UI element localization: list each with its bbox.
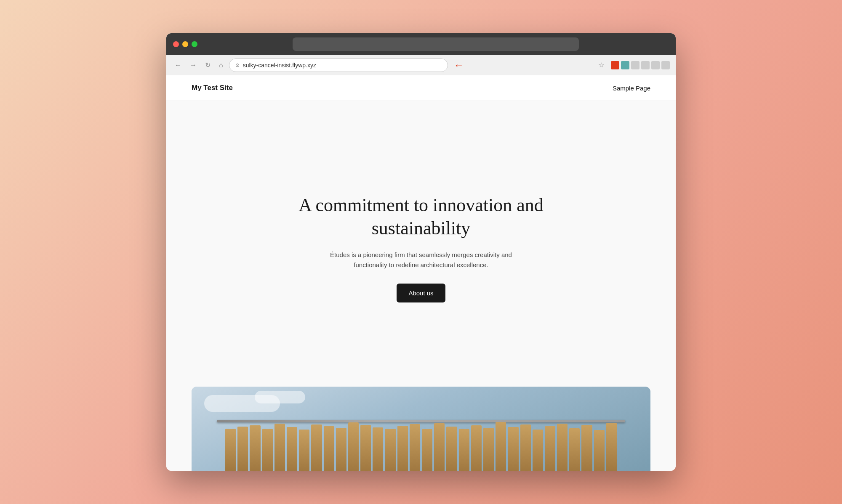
url-arrow-indicator: ←: [454, 60, 464, 70]
about-us-button[interactable]: About us: [397, 284, 445, 302]
tab-bar: [293, 37, 579, 51]
slat: [237, 427, 248, 471]
url-bar[interactable]: ⊙ sulky-cancel-insist.flywp.xyz: [229, 58, 448, 72]
slat: [446, 427, 457, 471]
slat: [594, 430, 605, 471]
forward-button[interactable]: →: [187, 60, 199, 70]
slat: [397, 426, 408, 471]
hero-subtitle: Études is a pioneering firm that seamles…: [328, 250, 514, 270]
slat: [274, 424, 285, 471]
extensions-bar: [611, 61, 670, 69]
browser-window: ← → ↻ ⌂ ⊙ sulky-cancel-insist.flywp.xyz …: [166, 33, 676, 471]
slat: [459, 429, 469, 471]
slat: [496, 422, 506, 471]
slat: [311, 424, 322, 471]
sample-page-link[interactable]: Sample Page: [613, 85, 650, 92]
site-logo: My Test Site: [192, 84, 233, 92]
slat: [471, 425, 482, 471]
slat: [434, 423, 445, 471]
slat: [348, 422, 359, 471]
extension-icon-2[interactable]: [621, 61, 629, 69]
slat: [385, 429, 395, 471]
slat: [581, 425, 592, 471]
lock-icon: ⊙: [235, 62, 240, 68]
slat: [299, 430, 309, 471]
back-button[interactable]: ←: [172, 60, 184, 70]
cloud-2: [255, 391, 305, 403]
url-text: sulky-cancel-insist.flywp.xyz: [243, 62, 442, 69]
traffic-lights: [173, 41, 197, 47]
extension-icon-5[interactable]: [651, 61, 660, 69]
extension-icon-4[interactable]: [641, 61, 650, 69]
close-button[interactable]: [173, 41, 179, 47]
nav-bar: ← → ↻ ⌂ ⊙ sulky-cancel-insist.flywp.xyz …: [166, 55, 676, 75]
arch-image-bg: [192, 387, 650, 471]
slat: [410, 424, 420, 471]
building-slats: [225, 412, 617, 471]
extension-icon-6[interactable]: [661, 61, 670, 69]
bookmark-star-icon[interactable]: ☆: [598, 61, 604, 69]
slat: [360, 425, 371, 471]
slat: [533, 430, 543, 471]
slat: [250, 425, 260, 471]
slat: [520, 424, 531, 471]
hero-section: A commitment to innovation and sustainab…: [166, 101, 676, 387]
website-content: My Test Site Sample Page A commitment to…: [166, 75, 676, 471]
minimize-button[interactable]: [182, 41, 188, 47]
slat: [483, 428, 494, 471]
slat: [422, 429, 432, 471]
architecture-image: [192, 387, 650, 471]
slat: [606, 423, 617, 471]
slat: [373, 427, 383, 471]
hero-title: A commitment to innovation and sustainab…: [295, 194, 547, 240]
slat: [225, 429, 236, 471]
slat: [287, 427, 297, 471]
reload-button[interactable]: ↻: [203, 60, 213, 70]
extension-icon-1[interactable]: [611, 61, 619, 69]
extension-icon-3[interactable]: [631, 61, 639, 69]
slat: [569, 428, 580, 471]
maximize-button[interactable]: [192, 41, 197, 47]
slat: [324, 426, 334, 471]
site-header: My Test Site Sample Page: [166, 75, 676, 101]
slat: [545, 426, 555, 471]
home-button[interactable]: ⌂: [216, 60, 226, 70]
title-bar: [166, 33, 676, 55]
slat: [557, 424, 568, 471]
slat: [336, 428, 346, 471]
slat: [262, 429, 273, 471]
slat: [508, 427, 518, 471]
